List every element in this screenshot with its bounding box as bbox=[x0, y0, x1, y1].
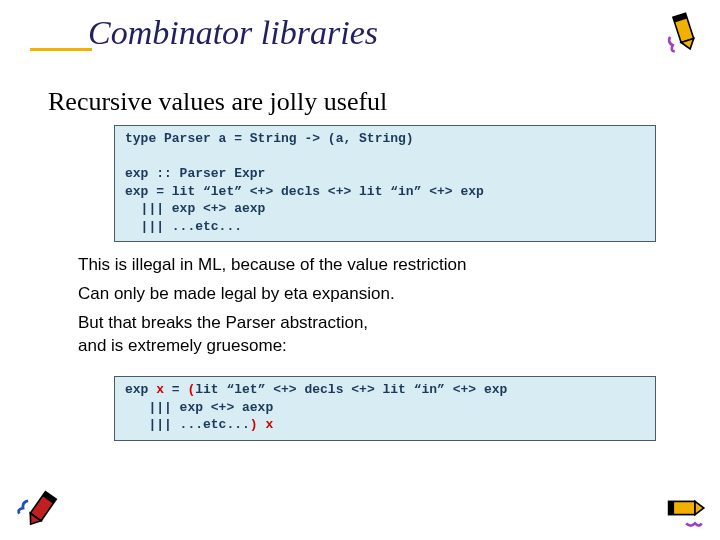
body-line: But that breaks the Parser abstraction, … bbox=[78, 312, 658, 358]
code-frag: = bbox=[164, 382, 187, 397]
body-line: Can only be made legal by eta expansion. bbox=[78, 283, 658, 306]
code-frag-highlight: x bbox=[265, 417, 273, 432]
code-frag-highlight: x bbox=[156, 382, 164, 397]
body-line-part: and is extremely gruesome: bbox=[78, 336, 287, 355]
code-frag-highlight: ) bbox=[250, 417, 258, 432]
svg-rect-3 bbox=[669, 501, 695, 514]
crayon-icon bbox=[11, 477, 72, 538]
code-frag: lit “let” <+> decls <+> lit “in” <+> exp bbox=[195, 382, 507, 397]
svg-rect-7 bbox=[42, 492, 56, 504]
code-line: exp = lit “let” <+> decls <+> lit “in” <… bbox=[125, 184, 484, 199]
code-line: exp :: Parser Expr bbox=[125, 166, 265, 181]
code-frag: ||| ...etc... bbox=[125, 417, 250, 432]
page-title: Combinator libraries bbox=[88, 14, 720, 52]
svg-marker-8 bbox=[25, 513, 41, 528]
code-line: ||| exp <+> aexp bbox=[125, 400, 273, 415]
code-frag: exp bbox=[125, 382, 156, 397]
svg-marker-5 bbox=[695, 501, 704, 514]
body-line-part: But that breaks the Parser abstraction, bbox=[78, 313, 368, 332]
body-text: This is illegal in ML, because of the va… bbox=[78, 254, 658, 358]
code-line: ||| exp <+> aexp bbox=[125, 201, 265, 216]
title-underline bbox=[30, 48, 92, 51]
code-block-parser: type Parser a = String -> (a, String) ex… bbox=[114, 125, 656, 242]
code-line: ||| ...etc... bbox=[125, 219, 242, 234]
code-line: ||| ...etc...) x bbox=[125, 417, 273, 432]
crayon-icon bbox=[662, 486, 706, 530]
code-block-eta: exp x = (lit “let” <+> decls <+> lit “in… bbox=[114, 376, 656, 441]
svg-rect-6 bbox=[30, 492, 56, 521]
code-line: exp x = (lit “let” <+> decls <+> lit “in… bbox=[125, 382, 507, 397]
body-line: This is illegal in ML, because of the va… bbox=[78, 254, 658, 277]
code-line: type Parser a = String -> (a, String) bbox=[125, 131, 414, 146]
slide-subtitle: Recursive values are jolly useful bbox=[48, 87, 720, 117]
svg-rect-4 bbox=[669, 501, 675, 514]
